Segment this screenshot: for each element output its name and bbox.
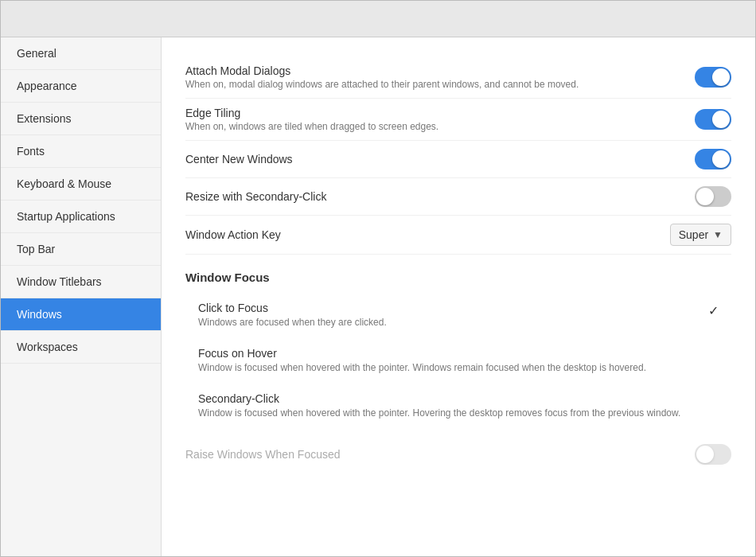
setting-info-resize-secondary-click: Resize with Secondary-Click [185,190,695,203]
setting-title-center-new-windows: Center New Windows [185,153,695,166]
focus-option-info-focus-on-hover: Focus on HoverWindow is focused when hov… [198,347,719,373]
setting-row-raise-windows: Raise Windows When Focused [185,436,731,473]
toggle-raise-windows[interactable] [695,444,731,465]
focus-option-info-click-to-focus: Click to FocusWindows are focused when t… [198,302,700,328]
focus-option-desc-click-to-focus: Windows are focused when they are clicke… [198,317,700,328]
app-window: GeneralAppearanceExtensionsFontsKeyboard… [0,0,756,557]
sidebar-item-extensions[interactable]: Extensions [1,103,161,135]
toggle-attach-modal-dialogs[interactable] [695,67,731,88]
chevron-down-icon: ▼ [713,229,723,240]
title-bar [1,1,755,37]
toggle-center-new-windows[interactable] [695,149,731,169]
setting-title-window-action-key: Window Action Key [185,228,670,241]
focus-option-desc-secondary-click: Window is focused when hovered with the … [198,407,719,419]
setting-info-center-new-windows: Center New Windows [185,153,695,166]
sidebar-item-windows[interactable]: Windows [1,298,161,331]
setting-info-edge-tiling: Edge TilingWhen on, windows are tiled wh… [185,107,695,132]
setting-info-attach-modal-dialogs: Attach Modal DialogsWhen on, modal dialo… [185,64,695,90]
setting-info-window-action-key: Window Action Key [185,228,670,241]
dropdown-label-window-action-key: Super [679,228,708,241]
setting-desc-attach-modal-dialogs: When on, modal dialog windows are attach… [185,79,695,90]
search-button[interactable] [9,6,34,32]
focus-option-title-secondary-click: Secondary-Click [198,392,719,405]
focus-option-focus-on-hover[interactable]: Focus on HoverWindow is focused when hov… [185,337,731,383]
focus-option-title-focus-on-hover: Focus on Hover [198,347,719,360]
setting-info-raise-windows: Raise Windows When Focused [185,448,695,461]
checkmark-icon: ✓ [708,303,719,318]
sidebar-item-workspaces[interactable]: Workspaces [1,331,161,364]
setting-title-attach-modal-dialogs: Attach Modal Dialogs [185,64,695,77]
menu-button[interactable] [693,6,719,32]
toggle-resize-secondary-click[interactable] [695,186,731,207]
sidebar-item-startup-applications[interactable]: Startup Applications [1,201,161,233]
dropdown-window-action-key[interactable]: Super▼ [670,224,731,246]
main-content: Attach Modal DialogsWhen on, modal dialo… [162,37,755,556]
sidebar-item-window-titlebars[interactable]: Window Titlebars [1,266,161,298]
setting-row-window-action-key: Window Action KeySuper▼ [185,216,731,255]
focus-option-title-click-to-focus: Click to Focus [198,302,700,314]
setting-title-edge-tiling: Edge Tiling [185,107,695,119]
sidebar-item-keyboard-mouse[interactable]: Keyboard & Mouse [1,168,161,201]
setting-row-center-new-windows: Center New Windows [185,141,731,178]
setting-desc-edge-tiling: When on, windows are tiled when dragged … [185,121,695,132]
sidebar-item-appearance[interactable]: Appearance [1,70,161,103]
setting-title-raise-windows: Raise Windows When Focused [185,448,695,461]
sidebar-item-fonts[interactable]: Fonts [1,135,161,168]
setting-row-attach-modal-dialogs: Attach Modal DialogsWhen on, modal dialo… [185,56,731,99]
focus-option-info-secondary-click: Secondary-ClickWindow is focused when ho… [198,392,719,419]
sidebar-item-top-bar[interactable]: Top Bar [1,233,161,266]
focus-option-desc-focus-on-hover: Window is focused when hovered with the … [198,362,719,373]
sidebar: GeneralAppearanceExtensionsFontsKeyboard… [1,37,162,556]
setting-title-resize-secondary-click: Resize with Secondary-Click [185,190,695,203]
toggle-edge-tiling[interactable] [695,109,731,130]
setting-row-resize-secondary-click: Resize with Secondary-Click [185,178,731,216]
close-button[interactable] [722,6,747,32]
window-focus-header: Window Focus [185,271,731,284]
content-area: GeneralAppearanceExtensionsFontsKeyboard… [1,37,755,556]
focus-option-secondary-click[interactable]: Secondary-ClickWindow is focused when ho… [185,383,731,428]
sidebar-item-general[interactable]: General [1,37,161,70]
setting-row-edge-tiling: Edge TilingWhen on, windows are tiled wh… [185,99,731,141]
focus-option-click-to-focus[interactable]: Click to FocusWindows are focused when t… [185,292,731,337]
